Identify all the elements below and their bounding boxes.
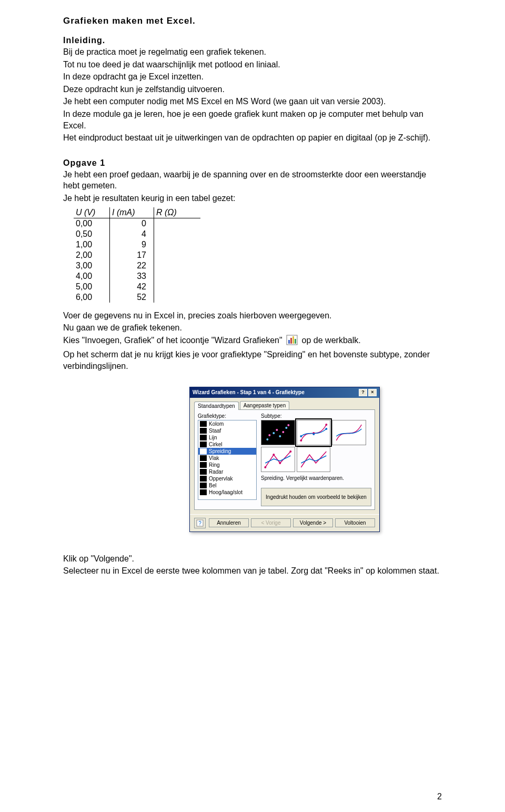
intro-line: In deze opdracht ga je Excel inzetten.	[63, 71, 442, 83]
opgave-heading: Opgave 1	[63, 158, 442, 168]
type-icon	[200, 442, 207, 447]
type-icon	[200, 455, 207, 461]
after-table-l3b: op de werkbalk.	[302, 336, 361, 345]
list-item[interactable]: Cirkel	[198, 441, 256, 448]
page-number: 2	[437, 792, 442, 801]
table-row: 0,000	[74, 218, 200, 229]
type-icon	[200, 476, 207, 482]
help-icon[interactable]: ?	[359, 389, 367, 396]
tab-custom-types[interactable]: Aangepaste typen	[240, 401, 290, 409]
svg-point-19	[312, 433, 315, 435]
svg-point-15	[300, 439, 302, 442]
intro-line: Deze opdracht kun je zelfstandig uitvoer…	[63, 84, 442, 95]
next-button[interactable]: Volgende >	[293, 518, 333, 527]
svg-point-12	[282, 431, 284, 433]
subtype-label: Subtype:	[261, 413, 371, 419]
intro-line: In deze module ga je leren, hoe je een g…	[63, 108, 442, 131]
list-item[interactable]: Hoog/laag/slot	[198, 489, 256, 496]
intro-block: Inleiding. Bij de practica moet je regel…	[63, 36, 442, 144]
svg-point-18	[300, 435, 302, 437]
svg-rect-2	[290, 338, 292, 344]
table-header-row: U (V) I (mA) R (Ω)	[74, 207, 200, 218]
svg-point-17	[325, 424, 327, 426]
after-table-l2: Nu gaan we de grafiek tekenen.	[63, 322, 442, 334]
preview-button[interactable]: Ingedrukt houden om voorbeeld te bekijke…	[261, 488, 371, 506]
finish-button[interactable]: Voltooien	[335, 518, 375, 527]
intro-line: Tot nu toe deed je dat waarschijnlijk me…	[63, 59, 442, 71]
type-icon	[200, 421, 207, 427]
wizard-footer: ? Annuleren < Vorige Volgende > Voltooie…	[190, 514, 379, 532]
intro-line: Je hebt een computer nodig met MS Excel …	[63, 96, 442, 107]
after-table-l1: Voer de gegevens nu in Excel in, precies…	[63, 310, 442, 322]
svg-point-26	[289, 450, 291, 453]
subtype-scatter-lines[interactable]	[297, 447, 331, 472]
svg-rect-3	[292, 336, 294, 344]
list-item[interactable]: Staaf	[198, 427, 256, 434]
svg-point-20	[325, 428, 327, 430]
list-item[interactable]: Lijn	[198, 434, 256, 441]
svg-rect-22	[262, 447, 294, 472]
list-item[interactable]: Kolom	[198, 420, 256, 427]
table-row: 2,0017	[74, 250, 200, 260]
type-icon	[200, 489, 207, 495]
svg-point-24	[272, 454, 275, 456]
back-button[interactable]: < Vorige	[251, 518, 291, 527]
table-row: 4,0033	[74, 271, 200, 282]
data-table: U (V) I (mA) R (Ω) 0,000 0,504 1,009 2,0…	[74, 207, 442, 303]
after-table-l3a: Kies "Invoegen, Grafiek" of het icoontje…	[63, 336, 282, 345]
subtype-scatter-smooth[interactable]	[332, 420, 366, 445]
intro-heading: Inleiding.	[63, 36, 442, 45]
svg-point-10	[268, 434, 270, 436]
subtype-scatter-smooth-markers[interactable]	[297, 420, 331, 445]
after-table-l4: Op het scherm dat je nu krijgt kies je v…	[63, 349, 442, 372]
opgave-block: Opgave 1 Je hebt een proef gedaan, waarb…	[63, 158, 442, 372]
th-r: R (Ω)	[154, 207, 201, 218]
outro-l1: Klik op "Volgende".	[63, 553, 442, 565]
table-row: 6,0052	[74, 292, 200, 303]
help-button[interactable]: ?	[194, 518, 206, 528]
th-i: I (mA)	[110, 207, 154, 218]
type-icon	[200, 483, 207, 488]
intro-line: Bij de practica moet je regelmatig een g…	[63, 46, 442, 58]
list-item[interactable]: Bel	[198, 482, 256, 489]
list-item[interactable]: Oppervlak	[198, 475, 256, 482]
table-row: 1,009	[74, 239, 200, 250]
list-item[interactable]: Spreiding	[198, 448, 256, 455]
opgave-p1: Je hebt een proef gedaan, waarbij je de …	[63, 169, 442, 192]
page-title: Grafieken maken met Excel.	[63, 16, 442, 26]
svg-point-25	[279, 462, 281, 464]
svg-rect-4	[295, 339, 296, 344]
table-row: 3,0022	[74, 260, 200, 271]
type-icon	[200, 435, 207, 440]
wizard-titlebar: Wizard Grafieken - Stap 1 van 4 - Grafie…	[190, 387, 379, 398]
svg-rect-27	[298, 447, 329, 472]
svg-point-13	[287, 424, 289, 426]
wizard-tabs: Standaardtypen Aangepaste typen	[194, 401, 375, 409]
list-item[interactable]: Ring	[198, 462, 256, 468]
svg-point-9	[285, 427, 287, 429]
chart-wizard-dialog: Wizard Grafieken - Stap 1 van 4 - Grafie…	[189, 387, 380, 532]
subtype-scatter-lines-markers[interactable]	[261, 447, 295, 472]
svg-point-8	[279, 435, 281, 437]
subtype-scatter-points[interactable]	[261, 420, 295, 445]
close-icon[interactable]: ×	[368, 389, 377, 396]
intro-line: Het eindproduct bestaat uit je uitwerkin…	[63, 132, 442, 144]
svg-point-23	[264, 466, 266, 468]
outro-block: Klik op "Volgende". Selecteer nu in Exce…	[63, 553, 442, 577]
wizard-title-text: Wizard Grafieken - Stap 1 van 4 - Grafie…	[193, 389, 305, 395]
office-icon: ?	[196, 519, 204, 527]
list-item[interactable]: Vlak	[198, 455, 256, 462]
opgave-p2: Je hebt je resultaten keurig in een tabe…	[63, 193, 442, 204]
svg-point-11	[276, 429, 278, 431]
tab-standard-types[interactable]: Standaardtypen	[194, 402, 239, 410]
th-u: U (V)	[74, 207, 110, 218]
table-row: 5,0042	[74, 282, 200, 292]
outro-l2: Selecteer nu in Excel de eerste twee kol…	[63, 565, 442, 577]
svg-rect-21	[334, 420, 365, 445]
svg-rect-5	[262, 420, 294, 445]
list-item[interactable]: Radar	[198, 468, 256, 475]
chart-type-listbox[interactable]: Kolom Staaf Lijn Cirkel Spreiding Vlak R…	[198, 420, 257, 500]
svg-text:?: ?	[198, 520, 201, 526]
cancel-button[interactable]: Annuleren	[209, 518, 249, 527]
type-icon	[200, 462, 207, 468]
